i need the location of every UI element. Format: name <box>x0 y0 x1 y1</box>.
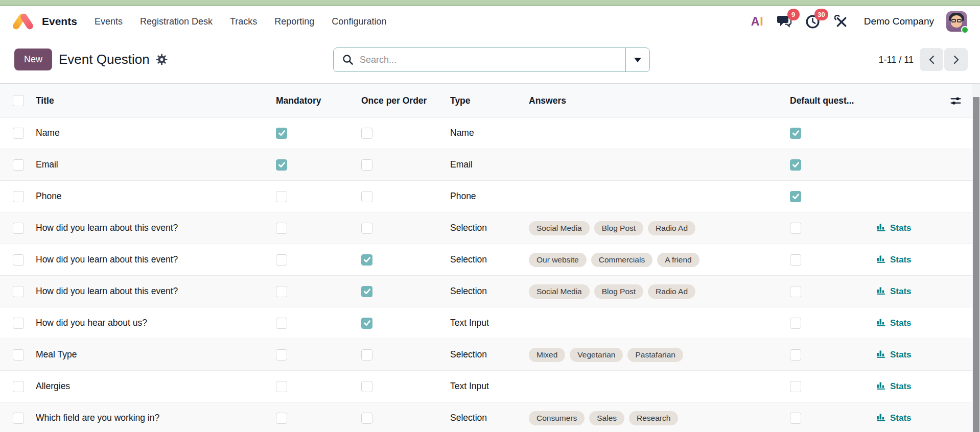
new-button[interactable]: New <box>14 49 52 70</box>
default-question-checkbox[interactable] <box>790 413 801 424</box>
stats-link[interactable]: Stats <box>876 380 912 392</box>
table-row[interactable]: Meal TypeSelectionMixedVegetarianPastafa… <box>0 339 980 371</box>
once-per-order-checkbox[interactable] <box>361 223 372 234</box>
mandatory-checkbox[interactable] <box>276 318 287 329</box>
debug-tools-icon[interactable] <box>833 13 850 30</box>
search-input[interactable] <box>360 55 625 65</box>
events-app-logo-icon[interactable] <box>14 12 32 31</box>
answer-tag: Mixed <box>529 348 565 362</box>
row-title[interactable]: Which field are you working in? <box>36 413 276 423</box>
row-select-checkbox[interactable] <box>13 128 24 139</box>
stats-link[interactable]: Stats <box>876 285 912 297</box>
column-header-default-question[interactable]: Default quest... <box>790 95 869 106</box>
pager-text: 1-11 / 11 <box>879 36 914 84</box>
row-select-checkbox[interactable] <box>13 318 24 329</box>
stats-link[interactable]: Stats <box>876 317 912 329</box>
once-per-order-checkbox[interactable] <box>361 286 372 297</box>
row-title[interactable]: How did you learn about this event? <box>36 286 276 297</box>
table-row[interactable]: PhonePhone <box>0 181 980 212</box>
row-select-checkbox[interactable] <box>13 159 24 171</box>
default-question-checkbox[interactable] <box>790 286 801 297</box>
app-name[interactable]: Events <box>42 15 77 28</box>
column-header-once-per-order[interactable]: Once per Order <box>361 95 450 106</box>
mandatory-checkbox[interactable] <box>276 223 287 234</box>
once-per-order-checkbox[interactable] <box>361 128 372 139</box>
menu-registration-desk[interactable]: Registration Desk <box>140 16 213 27</box>
default-question-checkbox[interactable] <box>790 349 801 361</box>
menu-reporting[interactable]: Reporting <box>274 16 314 27</box>
ai-icon[interactable]: AI <box>751 15 764 29</box>
row-title[interactable]: Email <box>36 159 276 170</box>
menu-configuration[interactable]: Configuration <box>332 16 386 27</box>
mandatory-checkbox[interactable] <box>276 159 287 171</box>
row-title[interactable]: Phone <box>36 191 276 202</box>
default-question-checkbox[interactable] <box>790 318 801 329</box>
default-question-checkbox[interactable] <box>790 254 801 266</box>
row-select-checkbox[interactable] <box>13 413 24 424</box>
mandatory-checkbox[interactable] <box>276 413 287 424</box>
optional-columns-icon[interactable] <box>950 95 962 107</box>
mandatory-checkbox[interactable] <box>276 254 287 266</box>
once-per-order-checkbox[interactable] <box>361 159 372 171</box>
mandatory-checkbox[interactable] <box>276 286 287 297</box>
view-settings-gear-icon[interactable] <box>156 54 168 65</box>
default-question-checkbox[interactable] <box>790 191 801 202</box>
default-question-checkbox[interactable] <box>790 128 801 139</box>
user-avatar[interactable] <box>946 11 967 32</box>
column-header-answers[interactable]: Answers <box>529 95 790 106</box>
row-select-checkbox[interactable] <box>13 191 24 202</box>
table-row[interactable]: How did you learn about this event?Selec… <box>0 244 980 276</box>
once-per-order-checkbox[interactable] <box>361 254 372 266</box>
row-title[interactable]: How did you learn about this event? <box>36 223 276 233</box>
stats-link[interactable]: Stats <box>876 349 912 361</box>
select-all-checkbox[interactable] <box>13 95 24 106</box>
row-select-checkbox[interactable] <box>13 381 24 392</box>
company-name[interactable]: Demo Company <box>864 16 934 27</box>
scrollbar-thumb[interactable] <box>973 97 979 432</box>
once-per-order-checkbox[interactable] <box>361 413 372 424</box>
mandatory-checkbox[interactable] <box>276 381 287 392</box>
row-title[interactable]: How did you learn about this event? <box>36 254 276 265</box>
once-per-order-checkbox[interactable] <box>361 381 372 392</box>
row-title[interactable]: Meal Type <box>36 349 276 360</box>
column-header-title[interactable]: Title <box>36 95 276 106</box>
default-question-checkbox[interactable] <box>790 159 801 171</box>
search-options-toggle[interactable] <box>625 48 649 71</box>
messages-icon[interactable]: 9 <box>776 13 792 30</box>
row-select-checkbox[interactable] <box>13 254 24 266</box>
stats-link[interactable]: Stats <box>876 412 912 424</box>
search-bar <box>333 47 650 72</box>
row-title[interactable]: Name <box>36 128 276 138</box>
column-header-mandatory[interactable]: Mandatory <box>276 95 361 106</box>
once-per-order-checkbox[interactable] <box>361 191 372 202</box>
table-row[interactable]: AllergiesText InputStats <box>0 371 980 402</box>
table-row[interactable]: NameName <box>0 117 980 149</box>
row-title[interactable]: How did you hear about us? <box>36 318 276 328</box>
row-select-checkbox[interactable] <box>13 223 24 234</box>
table-row[interactable]: Which field are you working in?Selection… <box>0 402 980 432</box>
stats-link[interactable]: Stats <box>876 254 912 266</box>
default-question-checkbox[interactable] <box>790 223 801 234</box>
once-per-order-checkbox[interactable] <box>361 349 372 361</box>
mandatory-checkbox[interactable] <box>276 128 287 139</box>
once-per-order-checkbox[interactable] <box>361 318 372 329</box>
pager-next-button[interactable] <box>944 48 968 71</box>
table-row[interactable]: How did you learn about this event?Selec… <box>0 212 980 244</box>
menu-events[interactable]: Events <box>95 16 123 27</box>
mandatory-checkbox[interactable] <box>276 191 287 202</box>
answer-tag: Blog Post <box>594 284 643 299</box>
mandatory-checkbox[interactable] <box>276 349 287 361</box>
default-question-cell <box>790 159 869 170</box>
column-header-type[interactable]: Type <box>450 95 529 106</box>
table-row[interactable]: EmailEmail <box>0 149 980 181</box>
row-title[interactable]: Allergies <box>36 381 276 392</box>
stats-link[interactable]: Stats <box>876 222 912 234</box>
table-row[interactable]: How did you learn about this event?Selec… <box>0 276 980 307</box>
table-row[interactable]: How did you hear about us?Text InputStat… <box>0 307 980 339</box>
row-select-checkbox[interactable] <box>13 286 24 297</box>
pager-previous-button[interactable] <box>920 48 943 71</box>
activities-icon[interactable]: 30 <box>805 13 821 30</box>
menu-tracks[interactable]: Tracks <box>230 16 257 27</box>
default-question-checkbox[interactable] <box>790 381 801 392</box>
row-select-checkbox[interactable] <box>13 349 24 361</box>
